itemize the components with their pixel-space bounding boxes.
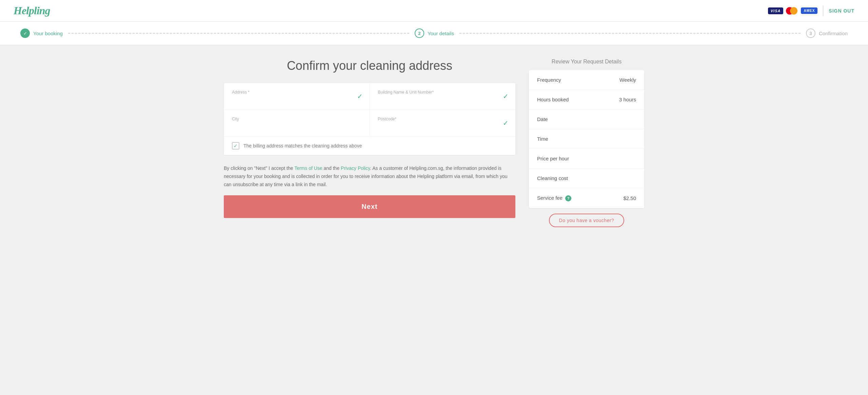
- terms-text: By clicking on "Next" I accept the Terms…: [224, 164, 515, 189]
- payment-icons: VISA AMEX: [768, 7, 818, 15]
- frequency-label: Frequency: [537, 77, 561, 83]
- review-card: Frequency Weekly Hours booked 3 hours Da…: [529, 70, 644, 208]
- address-input[interactable]: [232, 97, 361, 102]
- address-form: Address * ✓ Building Name & Unit Number*…: [224, 83, 515, 155]
- header: Helpling VISA AMEX SIGN OUT: [0, 0, 868, 22]
- address-label: Address *: [232, 90, 361, 95]
- header-divider: [823, 5, 823, 16]
- progress-bar: ✓ Your booking 2 Your details 3 Confirma…: [0, 22, 868, 45]
- step-3: 3 Confirmation: [806, 28, 848, 38]
- voucher-button[interactable]: Do you have a voucher?: [549, 214, 625, 227]
- hours-label: Hours booked: [537, 97, 569, 102]
- postcode-field: Postcode* ✓: [370, 110, 516, 136]
- header-right: VISA AMEX SIGN OUT: [768, 5, 854, 16]
- building-field: Building Name & Unit Number* ✓: [370, 83, 516, 110]
- postcode-check-icon: ✓: [503, 119, 509, 127]
- step-3-circle: 3: [806, 28, 815, 38]
- city-label: City: [232, 117, 361, 121]
- step-dashes-2: [459, 33, 801, 34]
- step-1-circle: ✓: [20, 28, 30, 38]
- step-2-circle: 2: [415, 28, 424, 38]
- review-row-time: Time: [529, 129, 644, 149]
- sign-out-button[interactable]: SIGN OUT: [829, 8, 854, 14]
- step-dashes-1: [68, 33, 409, 34]
- billing-checkmark-icon: ✓: [234, 143, 238, 149]
- frequency-value: Weekly: [619, 77, 636, 83]
- privacy-policy-link[interactable]: Privacy Policy: [341, 165, 370, 171]
- billing-checkbox-label: The billing address matches the cleaning…: [243, 143, 362, 149]
- form-row-1: Address * ✓ Building Name & Unit Number*…: [224, 83, 515, 110]
- step-1: ✓ Your booking: [20, 28, 63, 38]
- review-title: Review Your Request Details: [529, 59, 644, 65]
- terms-of-use-link[interactable]: Terms of Use: [294, 165, 322, 171]
- next-button[interactable]: Next: [224, 195, 515, 218]
- hours-value: 3 hours: [619, 97, 636, 102]
- postcode-input[interactable]: [378, 123, 508, 129]
- service-fee-value: $2.50: [623, 195, 636, 201]
- building-label: Building Name & Unit Number*: [378, 90, 508, 95]
- logo: Helpling: [14, 4, 50, 17]
- review-row-service-fee: Service fee ? $2.50: [529, 188, 644, 208]
- billing-checkbox[interactable]: ✓: [232, 142, 239, 150]
- step-2-label: Your details: [428, 31, 454, 36]
- review-row-price: Price per hour: [529, 149, 644, 169]
- city-field: City: [224, 110, 370, 136]
- review-panel: Review Your Request Details Frequency We…: [529, 59, 644, 233]
- form-row-2: City Postcode* ✓: [224, 110, 515, 137]
- review-row-date: Date: [529, 110, 644, 129]
- building-check-icon: ✓: [503, 92, 509, 100]
- main-content: Confirm your cleaning address Address * …: [197, 45, 671, 246]
- visa-icon: VISA: [768, 7, 784, 14]
- cleaning-cost-label: Cleaning cost: [537, 175, 568, 181]
- city-input[interactable]: [232, 123, 361, 129]
- building-input[interactable]: [378, 97, 508, 102]
- step-1-label: Your booking: [33, 31, 63, 36]
- review-row-cleaning-cost: Cleaning cost: [529, 169, 644, 188]
- amex-icon: AMEX: [801, 7, 817, 14]
- service-fee-label: Service fee ?: [537, 195, 571, 201]
- step-2: 2 Your details: [415, 28, 454, 38]
- address-check-icon: ✓: [357, 92, 363, 100]
- review-row-frequency: Frequency Weekly: [529, 70, 644, 90]
- step-3-label: Confirmation: [819, 31, 848, 36]
- time-label: Time: [537, 136, 548, 142]
- address-field: Address * ✓: [224, 83, 370, 110]
- review-row-hours: Hours booked 3 hours: [529, 90, 644, 110]
- billing-checkbox-row: ✓ The billing address matches the cleani…: [224, 137, 515, 155]
- price-label: Price per hour: [537, 156, 569, 161]
- left-content: Confirm your cleaning address Address * …: [224, 59, 515, 233]
- page-title: Confirm your cleaning address: [224, 59, 515, 73]
- date-label: Date: [537, 116, 548, 122]
- service-fee-info-icon[interactable]: ?: [565, 195, 571, 201]
- postcode-label: Postcode*: [378, 117, 508, 121]
- mastercard-icon: [786, 7, 798, 15]
